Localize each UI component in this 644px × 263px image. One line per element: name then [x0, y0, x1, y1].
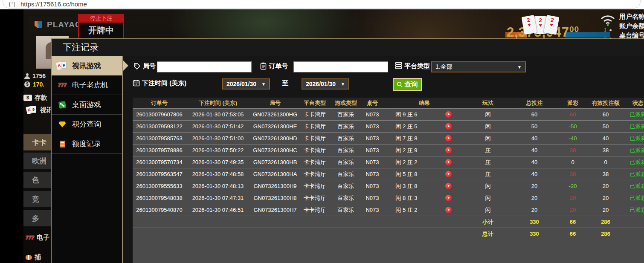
playace-logo-icon [33, 20, 44, 30]
cell-total-bet: 40 [509, 171, 560, 177]
cell-valid-bet: 38 [586, 171, 625, 177]
slot-777-icon: 777 [26, 235, 34, 241]
cell-valid-bet: 38 [586, 147, 625, 153]
cell-valid-bet: 20 [586, 207, 625, 213]
column-header: 状态 [625, 99, 644, 107]
replay-button[interactable] [431, 111, 467, 118]
cell-play: 闲 [467, 194, 509, 202]
cell-result: 闲 5 庄 2 [382, 206, 467, 214]
clipboard-icon [260, 62, 267, 70]
site-info-icon[interactable] [9, 2, 15, 7]
cell-bet-time: 2026-01-30 07:48:13 [186, 183, 250, 189]
cell-play: 庄 [467, 147, 509, 154]
cell-order-id: 260130079578886 [133, 147, 186, 153]
cell-status: 已派彩 [625, 135, 644, 142]
omnibox[interactable] [3, 0, 641, 9]
replay-button[interactable] [431, 171, 467, 177]
query-button[interactable]: 查询 [393, 78, 422, 91]
user-icon [24, 73, 30, 79]
column-header: 局号 [250, 99, 300, 107]
betting-records-table: 订单号下注时间 (美东)局号平台类型游戏类型桌号结果玩法总投注派彩有效投注额状态… [133, 98, 644, 263]
column-header: 派彩 [560, 99, 586, 107]
cell-payout: -20 [560, 183, 586, 189]
cell-round-id: GN073261300H8 [250, 195, 300, 201]
replay-button[interactable] [431, 159, 467, 165]
column-header: 结果 [382, 99, 467, 107]
column-header: 下注时间 (美东) [186, 99, 250, 107]
cell-payout: 0 [560, 159, 586, 165]
cell-status: 已派彩 [625, 123, 644, 130]
subtotal-label: 小计 [467, 218, 509, 226]
cell-platform: 卡卡湾厅 [300, 171, 329, 178]
tab-video-games[interactable]: K9 视讯游戏 [52, 56, 122, 75]
cell-platform: 卡卡湾厅 [300, 159, 329, 166]
order-number-input[interactable] [293, 61, 388, 72]
cell-game-type: 百家乐 [329, 182, 363, 190]
cell-table-no: N073 [363, 159, 382, 165]
grand-total-valid-bet: 286 [586, 231, 625, 237]
cell-order-id: 260130079570734 [133, 159, 186, 165]
dice-icon [57, 101, 68, 108]
slot-777-icon: 777 [57, 82, 68, 88]
order-number-label: 订单号 [269, 62, 288, 70]
cell-game-type: 百家乐 [329, 206, 363, 214]
column-header: 订单号 [133, 99, 186, 107]
replay-button[interactable] [431, 123, 467, 130]
cell-play: 庄 [467, 171, 509, 178]
cell-result: 闲 7 庄 8 [382, 135, 467, 142]
table-row: 260130079593122 2026-01-30 07:51:42 GN07… [133, 120, 644, 132]
subtotal-valid-bet: 286 [586, 219, 625, 225]
video-games-lobby-item[interactable]: K9 视讯 [26, 106, 53, 114]
table-row: 260130079570734 2026-01-30 07:49:35 GN07… [133, 156, 644, 168]
browser-url-bar[interactable]: https://175616.cc/home [0, 0, 644, 9]
replay-button[interactable] [431, 147, 467, 153]
slots-lobby-item[interactable]: 777 电子 [26, 234, 49, 242]
fishing-lobby-item[interactable]: 捕 [26, 253, 41, 261]
cell-status: 已派彩 [625, 206, 644, 214]
cell-status: 已派彩 [625, 159, 644, 166]
cell-platform: 卡卡湾厅 [300, 182, 329, 190]
url-text[interactable]: https://175616.cc/home [20, 0, 87, 8]
cell-game-type: 百家乐 [329, 194, 363, 202]
cell-status: 已派彩 [625, 111, 644, 118]
cell-valid-bet: 20 [586, 195, 625, 201]
platform-type-select[interactable]: 1.全部 ▼ [431, 61, 526, 72]
cell-play: 闲 [467, 111, 509, 118]
tab-slot-machines[interactable]: 777 电子老虎机 [52, 75, 122, 95]
cell-round-id: GN073261300HC [250, 147, 300, 153]
replay-button[interactable] [431, 207, 467, 213]
playing-cards-icon: K9 [57, 61, 68, 70]
replay-button[interactable] [431, 135, 467, 142]
tab-table-games[interactable]: 桌面游戏 [52, 95, 122, 115]
tab-quota-records[interactable]: 额度记录 [52, 134, 122, 154]
tag-icon [133, 63, 141, 70]
tab-points-inquiry[interactable]: 积分查询 [52, 115, 122, 134]
balance-row: $ 170. [24, 81, 44, 88]
cell-valid-bet: 60 [586, 111, 625, 118]
modal-title: 下注记录 [63, 41, 99, 53]
document-icon [57, 141, 68, 147]
cell-result: 闲 8 庄 3 [382, 194, 467, 202]
replay-button[interactable] [431, 183, 467, 189]
cell-game-type: 百家乐 [329, 135, 363, 142]
replay-button[interactable] [431, 195, 467, 201]
cell-total-bet: 20 [509, 195, 560, 201]
subtotal-row: 小计 330 66 286 [133, 216, 644, 228]
deposit-button[interactable]: $ 存款 [23, 94, 47, 102]
playing-cards-icon: K9 [26, 106, 38, 114]
cell-play: 闲 [467, 206, 509, 214]
cell-order-id: 260130079593122 [133, 123, 186, 130]
date-from-select[interactable]: 2026/01/30 ▼ [222, 78, 270, 90]
cell-total-bet: 40 [509, 135, 560, 142]
cell-game-type: 百家乐 [329, 159, 363, 166]
grand-total-row: 总计 330 66 286 [133, 228, 644, 240]
date-to-select[interactable]: 2026/01/30 ▼ [302, 78, 349, 90]
cell-valid-bet: 40 [586, 135, 625, 142]
cell-table-no: N073 [363, 123, 382, 130]
cell-table-no: N073 [363, 171, 382, 177]
round-number-input[interactable] [157, 61, 252, 72]
cell-table-no: N073 [363, 195, 382, 201]
cell-payout: 20 [560, 195, 586, 201]
cell-table-no: N073 [363, 207, 382, 213]
cell-status: 已派彩 [625, 194, 644, 202]
